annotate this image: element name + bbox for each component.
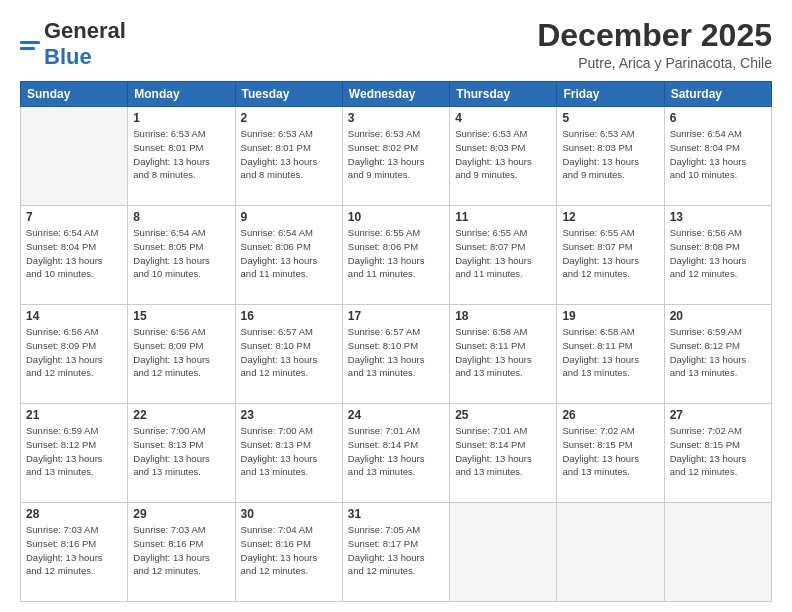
day-number: 25 (455, 408, 551, 422)
calendar-day-cell: 23Sunrise: 7:00 AMSunset: 8:13 PMDayligh… (235, 404, 342, 503)
title-block: December 2025 Putre, Arica y Parinacota,… (537, 18, 772, 71)
day-info: Sunrise: 7:02 AMSunset: 8:15 PMDaylight:… (670, 424, 766, 479)
day-info: Sunrise: 6:58 AMSunset: 8:11 PMDaylight:… (562, 325, 658, 380)
day-number: 18 (455, 309, 551, 323)
day-number: 15 (133, 309, 229, 323)
day-info: Sunrise: 7:02 AMSunset: 8:15 PMDaylight:… (562, 424, 658, 479)
day-info: Sunrise: 6:53 AMSunset: 8:03 PMDaylight:… (455, 127, 551, 182)
calendar-dow-sunday: Sunday (21, 82, 128, 107)
calendar-day-cell: 6Sunrise: 6:54 AMSunset: 8:04 PMDaylight… (664, 107, 771, 206)
calendar-day-cell: 18Sunrise: 6:58 AMSunset: 8:11 PMDayligh… (450, 305, 557, 404)
day-info: Sunrise: 6:55 AMSunset: 8:07 PMDaylight:… (562, 226, 658, 281)
calendar-week-row: 14Sunrise: 6:56 AMSunset: 8:09 PMDayligh… (21, 305, 772, 404)
day-info: Sunrise: 7:01 AMSunset: 8:14 PMDaylight:… (348, 424, 444, 479)
day-number: 2 (241, 111, 337, 125)
day-number: 3 (348, 111, 444, 125)
day-number: 12 (562, 210, 658, 224)
day-info: Sunrise: 6:55 AMSunset: 8:07 PMDaylight:… (455, 226, 551, 281)
day-info: Sunrise: 6:57 AMSunset: 8:10 PMDaylight:… (348, 325, 444, 380)
day-number: 5 (562, 111, 658, 125)
calendar-table: SundayMondayTuesdayWednesdayThursdayFrid… (20, 81, 772, 602)
calendar-day-cell: 10Sunrise: 6:55 AMSunset: 8:06 PMDayligh… (342, 206, 449, 305)
day-info: Sunrise: 6:53 AMSunset: 8:01 PMDaylight:… (133, 127, 229, 182)
calendar-day-cell: 4Sunrise: 6:53 AMSunset: 8:03 PMDaylight… (450, 107, 557, 206)
calendar-day-cell: 5Sunrise: 6:53 AMSunset: 8:03 PMDaylight… (557, 107, 664, 206)
day-number: 28 (26, 507, 122, 521)
day-info: Sunrise: 6:56 AMSunset: 8:09 PMDaylight:… (133, 325, 229, 380)
calendar-week-row: 7Sunrise: 6:54 AMSunset: 8:04 PMDaylight… (21, 206, 772, 305)
day-number: 11 (455, 210, 551, 224)
calendar-day-cell: 20Sunrise: 6:59 AMSunset: 8:12 PMDayligh… (664, 305, 771, 404)
day-number: 20 (670, 309, 766, 323)
calendar-dow-thursday: Thursday (450, 82, 557, 107)
calendar-day-cell: 1Sunrise: 6:53 AMSunset: 8:01 PMDaylight… (128, 107, 235, 206)
day-number: 7 (26, 210, 122, 224)
day-number: 1 (133, 111, 229, 125)
calendar-day-cell (664, 503, 771, 602)
day-info: Sunrise: 6:57 AMSunset: 8:10 PMDaylight:… (241, 325, 337, 380)
calendar-day-cell: 3Sunrise: 6:53 AMSunset: 8:02 PMDaylight… (342, 107, 449, 206)
calendar-dow-wednesday: Wednesday (342, 82, 449, 107)
calendar-week-row: 28Sunrise: 7:03 AMSunset: 8:16 PMDayligh… (21, 503, 772, 602)
day-number: 19 (562, 309, 658, 323)
day-number: 26 (562, 408, 658, 422)
logo: GeneralBlue (20, 18, 126, 70)
day-info: Sunrise: 6:56 AMSunset: 8:08 PMDaylight:… (670, 226, 766, 281)
calendar-week-row: 21Sunrise: 6:59 AMSunset: 8:12 PMDayligh… (21, 404, 772, 503)
calendar-day-cell: 7Sunrise: 6:54 AMSunset: 8:04 PMDaylight… (21, 206, 128, 305)
day-number: 23 (241, 408, 337, 422)
day-info: Sunrise: 6:54 AMSunset: 8:04 PMDaylight:… (670, 127, 766, 182)
day-info: Sunrise: 6:54 AMSunset: 8:04 PMDaylight:… (26, 226, 122, 281)
day-info: Sunrise: 6:55 AMSunset: 8:06 PMDaylight:… (348, 226, 444, 281)
calendar-day-cell: 31Sunrise: 7:05 AMSunset: 8:17 PMDayligh… (342, 503, 449, 602)
day-info: Sunrise: 6:53 AMSunset: 8:01 PMDaylight:… (241, 127, 337, 182)
calendar-day-cell: 2Sunrise: 6:53 AMSunset: 8:01 PMDaylight… (235, 107, 342, 206)
day-number: 13 (670, 210, 766, 224)
calendar-dow-monday: Monday (128, 82, 235, 107)
day-number: 6 (670, 111, 766, 125)
day-number: 31 (348, 507, 444, 521)
day-info: Sunrise: 6:53 AMSunset: 8:02 PMDaylight:… (348, 127, 444, 182)
day-info: Sunrise: 7:03 AMSunset: 8:16 PMDaylight:… (26, 523, 122, 578)
day-info: Sunrise: 7:00 AMSunset: 8:13 PMDaylight:… (133, 424, 229, 479)
calendar-day-cell (450, 503, 557, 602)
calendar-day-cell: 22Sunrise: 7:00 AMSunset: 8:13 PMDayligh… (128, 404, 235, 503)
calendar-day-cell: 30Sunrise: 7:04 AMSunset: 8:16 PMDayligh… (235, 503, 342, 602)
header: GeneralBlue December 2025 Putre, Arica y… (20, 18, 772, 71)
page: GeneralBlue December 2025 Putre, Arica y… (0, 0, 792, 612)
day-info: Sunrise: 6:59 AMSunset: 8:12 PMDaylight:… (26, 424, 122, 479)
day-info: Sunrise: 6:53 AMSunset: 8:03 PMDaylight:… (562, 127, 658, 182)
calendar-header-row: SundayMondayTuesdayWednesdayThursdayFrid… (21, 82, 772, 107)
day-number: 24 (348, 408, 444, 422)
day-info: Sunrise: 7:01 AMSunset: 8:14 PMDaylight:… (455, 424, 551, 479)
calendar-day-cell: 21Sunrise: 6:59 AMSunset: 8:12 PMDayligh… (21, 404, 128, 503)
location-title: Putre, Arica y Parinacota, Chile (537, 55, 772, 71)
calendar-day-cell: 26Sunrise: 7:02 AMSunset: 8:15 PMDayligh… (557, 404, 664, 503)
calendar-day-cell: 19Sunrise: 6:58 AMSunset: 8:11 PMDayligh… (557, 305, 664, 404)
month-title: December 2025 (537, 18, 772, 53)
calendar-day-cell: 12Sunrise: 6:55 AMSunset: 8:07 PMDayligh… (557, 206, 664, 305)
calendar-day-cell: 17Sunrise: 6:57 AMSunset: 8:10 PMDayligh… (342, 305, 449, 404)
day-info: Sunrise: 7:00 AMSunset: 8:13 PMDaylight:… (241, 424, 337, 479)
calendar-day-cell (557, 503, 664, 602)
day-info: Sunrise: 7:05 AMSunset: 8:17 PMDaylight:… (348, 523, 444, 578)
day-number: 4 (455, 111, 551, 125)
day-number: 10 (348, 210, 444, 224)
calendar-day-cell: 27Sunrise: 7:02 AMSunset: 8:15 PMDayligh… (664, 404, 771, 503)
calendar-day-cell: 28Sunrise: 7:03 AMSunset: 8:16 PMDayligh… (21, 503, 128, 602)
calendar-day-cell: 11Sunrise: 6:55 AMSunset: 8:07 PMDayligh… (450, 206, 557, 305)
calendar-day-cell: 16Sunrise: 6:57 AMSunset: 8:10 PMDayligh… (235, 305, 342, 404)
calendar-day-cell: 25Sunrise: 7:01 AMSunset: 8:14 PMDayligh… (450, 404, 557, 503)
day-number: 27 (670, 408, 766, 422)
calendar-day-cell (21, 107, 128, 206)
day-info: Sunrise: 7:03 AMSunset: 8:16 PMDaylight:… (133, 523, 229, 578)
calendar-day-cell: 15Sunrise: 6:56 AMSunset: 8:09 PMDayligh… (128, 305, 235, 404)
calendar-dow-friday: Friday (557, 82, 664, 107)
calendar-day-cell: 14Sunrise: 6:56 AMSunset: 8:09 PMDayligh… (21, 305, 128, 404)
calendar-day-cell: 13Sunrise: 6:56 AMSunset: 8:08 PMDayligh… (664, 206, 771, 305)
day-info: Sunrise: 6:58 AMSunset: 8:11 PMDaylight:… (455, 325, 551, 380)
day-number: 14 (26, 309, 122, 323)
day-info: Sunrise: 6:56 AMSunset: 8:09 PMDaylight:… (26, 325, 122, 380)
day-number: 22 (133, 408, 229, 422)
calendar-day-cell: 8Sunrise: 6:54 AMSunset: 8:05 PMDaylight… (128, 206, 235, 305)
